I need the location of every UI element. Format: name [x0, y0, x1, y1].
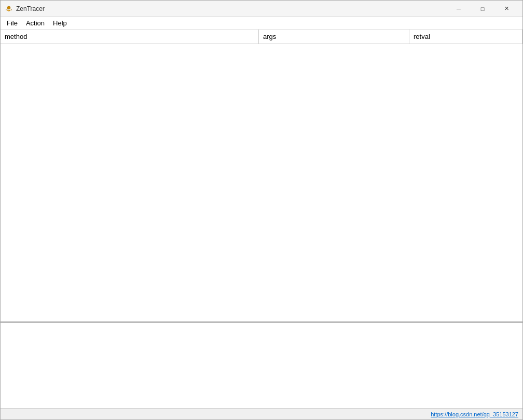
main-window: ZenTracer ─ □ ✕ File Action Help method … [0, 0, 523, 420]
svg-point-0 [7, 6, 10, 9]
window-title: ZenTracer [16, 5, 447, 12]
column-method: method [1, 30, 259, 44]
maximize-button[interactable]: □ [471, 1, 494, 17]
window-controls: ─ □ ✕ [447, 1, 518, 17]
lower-panel [1, 323, 522, 408]
column-retval: retval [409, 30, 522, 44]
close-button[interactable]: ✕ [494, 1, 518, 17]
maximize-icon: □ [481, 6, 485, 12]
app-icon [5, 5, 13, 13]
minimize-icon: ─ [457, 6, 461, 12]
status-bar: https://blog.csdn.net/qq_35153127 [1, 408, 522, 419]
upper-panel: method args retval [1, 30, 522, 323]
status-link[interactable]: https://blog.csdn.net/qq_35153127 [431, 411, 518, 417]
table-header: method args retval [1, 30, 522, 44]
column-args: args [259, 30, 409, 44]
title-bar: ZenTracer ─ □ ✕ [1, 1, 522, 17]
table-body [1, 44, 522, 321]
minimize-button[interactable]: ─ [447, 1, 471, 17]
close-icon: ✕ [504, 5, 509, 12]
menu-help[interactable]: Help [49, 17, 71, 29]
main-content: method args retval [1, 30, 522, 408]
menu-bar: File Action Help [1, 17, 522, 30]
menu-file[interactable]: File [3, 17, 22, 29]
menu-action[interactable]: Action [22, 17, 49, 29]
